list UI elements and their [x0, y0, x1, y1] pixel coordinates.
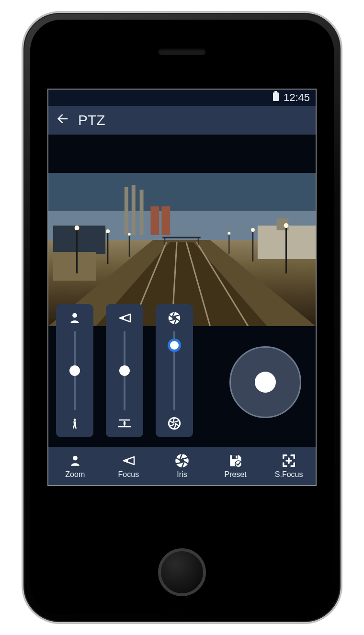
camera-live-feed[interactable] — [48, 173, 316, 326]
video-area — [48, 135, 316, 447]
autofocus-target-icon — [282, 453, 296, 468]
tab-sfocus-label: S.Focus — [275, 470, 303, 479]
svg-point-21 — [75, 226, 80, 230]
aperture-icon — [175, 453, 189, 468]
save-check-icon — [228, 453, 243, 468]
svg-point-57 — [73, 456, 78, 461]
phone-device-frame: 12:45 PTZ — [22, 11, 342, 624]
zoom-out-icon — [71, 416, 79, 431]
svg-rect-69 — [236, 456, 237, 459]
phone-inner: 12:45 PTZ — [30, 20, 334, 615]
iris-thumb[interactable] — [170, 341, 179, 350]
phone-home-button[interactable] — [158, 548, 206, 596]
zoom-thumb[interactable] — [69, 365, 80, 376]
focus-track[interactable] — [124, 331, 125, 410]
svg-rect-15 — [125, 187, 128, 235]
svg-point-31 — [228, 232, 230, 235]
tab-focus[interactable]: Focus — [102, 447, 156, 485]
ptz-joystick[interactable] — [229, 346, 301, 418]
app-screen: 12:45 PTZ — [47, 89, 317, 486]
svg-rect-18 — [150, 206, 159, 235]
iris-open-icon — [168, 311, 181, 325]
svg-point-25 — [128, 233, 131, 236]
tab-preset[interactable]: Preset — [209, 447, 262, 485]
zoom-in-icon — [68, 311, 81, 325]
svg-rect-19 — [161, 206, 170, 235]
svg-point-23 — [106, 229, 110, 233]
iris-closed-icon — [168, 416, 181, 431]
status-time: 12:45 — [284, 91, 310, 104]
tab-sfocus[interactable]: S.Focus — [262, 447, 316, 485]
focus-far-icon — [117, 311, 132, 325]
svg-marker-58 — [124, 457, 134, 465]
tab-iris-label: Iris — [177, 470, 187, 479]
svg-rect-12 — [53, 252, 96, 281]
slider-panel — [56, 304, 193, 437]
svg-rect-11 — [53, 226, 105, 254]
tab-preset-label: Preset — [224, 470, 246, 479]
tab-focus-label: Focus — [118, 470, 139, 479]
focus-icon — [121, 453, 136, 468]
back-button[interactable] — [56, 112, 69, 129]
person-icon — [69, 453, 81, 468]
svg-point-27 — [284, 223, 288, 228]
bottom-tab-bar: Zoom Focus Iris — [48, 447, 316, 485]
iris-slider[interactable] — [156, 304, 193, 437]
svg-marker-37 — [120, 314, 130, 322]
tab-iris[interactable]: Iris — [155, 447, 209, 485]
svg-point-35 — [72, 313, 77, 318]
svg-point-59 — [126, 459, 128, 463]
svg-point-29 — [251, 228, 255, 232]
status-bar: 12:45 — [48, 90, 316, 106]
battery-icon — [272, 91, 280, 104]
svg-rect-16 — [132, 185, 136, 235]
svg-point-41 — [124, 421, 125, 426]
svg-line-52 — [174, 420, 180, 422]
focus-near-icon — [117, 416, 132, 431]
zoom-track[interactable] — [74, 331, 76, 410]
svg-rect-17 — [140, 190, 144, 235]
app-bar: PTZ — [48, 106, 316, 135]
svg-point-38 — [122, 316, 124, 320]
page-title: PTZ — [78, 112, 105, 128]
svg-rect-1 — [274, 91, 277, 92]
focus-slider[interactable] — [106, 304, 143, 437]
zoom-slider[interactable] — [56, 304, 93, 437]
phone-speaker — [158, 48, 206, 55]
svg-point-36 — [74, 419, 76, 421]
svg-line-55 — [170, 424, 175, 426]
joystick-knob[interactable] — [255, 372, 276, 393]
iris-track[interactable] — [173, 331, 175, 410]
svg-rect-0 — [273, 92, 279, 101]
tab-zoom-label: Zoom — [65, 470, 85, 479]
tab-zoom[interactable]: Zoom — [48, 447, 102, 485]
focus-thumb[interactable] — [119, 365, 130, 376]
